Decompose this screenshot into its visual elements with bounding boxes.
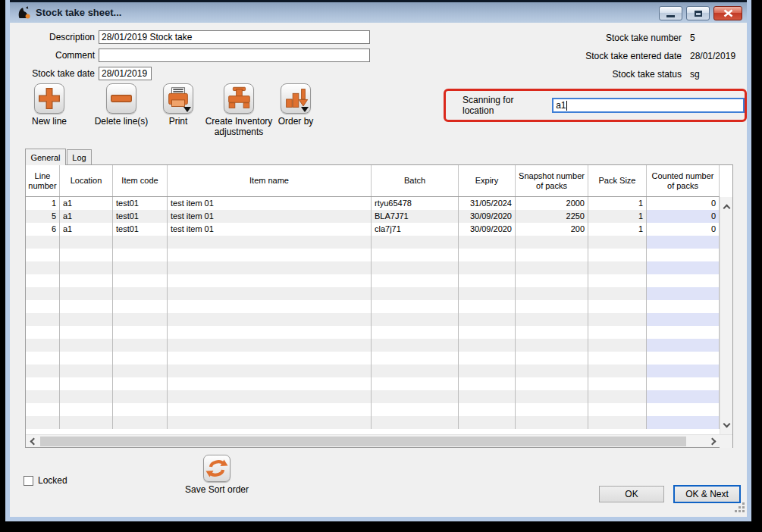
chevron-down-icon [723,420,730,427]
table-cell[interactable]: 0 [647,197,720,210]
tab-log[interactable]: Log [67,149,92,165]
save-sort-order-button[interactable]: Save Sort order [171,455,262,495]
table-cell [459,326,516,339]
table-row[interactable] [26,390,720,403]
table-cell [459,403,516,416]
table-row[interactable] [26,300,720,313]
table-row[interactable] [26,313,720,326]
table-cell [60,287,113,300]
comment-input[interactable] [99,49,370,62]
column-header[interactable]: Pack Size [588,165,647,196]
column-header[interactable]: Item name [168,165,372,196]
stock-take-date-input[interactable] [99,67,152,80]
vertical-scrollbar[interactable] [720,197,732,434]
table-row[interactable] [26,236,720,249]
table-cell[interactable] [647,403,720,416]
column-header[interactable]: Counted number of packs [647,165,720,196]
table-cell [26,416,60,429]
table-cell [588,249,647,261]
ok-and-next-button[interactable]: OK & Next [673,485,741,503]
table-cell[interactable]: 0 [647,210,720,223]
table-cell [459,249,516,261]
table-cell [26,390,60,403]
table-cell[interactable] [647,365,720,377]
table-row[interactable]: 5a1test01test item 01BLA7J7130/09/202022… [26,210,720,223]
tab-general[interactable]: General [25,149,66,165]
locked-checkbox[interactable] [24,476,33,486]
table-cell: a1 [60,197,113,210]
column-header[interactable]: Batch [372,165,459,196]
scroll-left-button[interactable] [26,435,39,448]
table-cell[interactable] [647,261,720,274]
description-input[interactable] [99,30,370,44]
table-row[interactable] [26,261,720,274]
table-cell [459,300,516,313]
table-cell [26,236,60,249]
column-header[interactable]: Snapshot number of packs [516,165,588,196]
resize-grip[interactable] [735,503,745,512]
table-cell [26,403,60,416]
maximize-button[interactable] [686,6,710,20]
table-cell: 30/09/2020 [459,223,516,236]
column-header[interactable]: Item code [113,165,168,196]
stock-take-table-panel: Line number Location Item code Item name… [25,164,733,448]
table-cell[interactable] [647,300,720,313]
table-cell [60,274,113,287]
new-line-button[interactable]: New line [15,83,83,127]
table-row[interactable] [26,365,720,377]
table-cell [516,377,588,390]
table-cell [372,390,459,403]
table-rows: 1a1test01test item 01rtyu6547831/05/2024… [26,197,720,429]
table-cell[interactable] [647,377,720,390]
column-header[interactable]: Expiry [459,165,516,196]
table-cell [588,339,647,352]
table-cell [168,339,372,352]
table-cell[interactable] [647,236,720,249]
table-row[interactable] [26,403,720,416]
table-cell [113,416,168,429]
column-header[interactable]: Location [60,165,113,196]
table-cell [113,236,168,249]
table-row[interactable] [26,249,720,261]
close-button[interactable] [713,6,742,20]
order-by-button[interactable]: Order by [262,83,330,127]
table-cell[interactable] [647,313,720,326]
scroll-down-button[interactable] [720,418,733,431]
stock-take-status-label: Stock take status [530,69,682,80]
ok-button[interactable]: OK [599,486,664,502]
minimize-button[interactable] [659,6,682,20]
table-cell[interactable] [647,287,720,300]
scanning-for-location-input[interactable]: a1 [552,98,745,113]
titlebar[interactable]: Stock take sheet... [10,0,747,23]
horizontal-scrollbar[interactable] [26,434,732,447]
scroll-up-button[interactable] [720,200,733,213]
table-row[interactable] [26,339,720,352]
table-cell[interactable]: 0 [647,223,720,236]
table-cell [113,261,168,274]
table-row[interactable] [26,352,720,365]
table-row[interactable] [26,274,720,287]
table-cell[interactable] [647,249,720,261]
table-cell[interactable] [647,416,720,429]
table-cell[interactable] [647,326,720,339]
table-row[interactable]: 1a1test01test item 01rtyu6547831/05/2024… [26,197,720,210]
table-cell [113,365,168,377]
table-row[interactable] [26,416,720,429]
table-cell[interactable] [647,390,720,403]
table-cell [516,261,588,274]
horizontal-scroll-thumb[interactable] [40,437,686,446]
table-row[interactable]: 6a1test01test item 01cla7j7130/09/202020… [26,223,720,236]
table-cell [168,377,372,390]
column-header[interactable]: Line number [26,165,60,196]
table-row[interactable] [26,287,720,300]
table-cell[interactable] [647,339,720,352]
scroll-right-button[interactable] [707,435,720,448]
table-cell [459,390,516,403]
table-cell: 31/05/2024 [459,197,516,210]
table-cell: 2000 [516,197,588,210]
table-row[interactable] [26,326,720,339]
table-cell[interactable] [647,352,720,365]
table-cell[interactable] [647,274,720,287]
table-cell [168,352,372,365]
table-row[interactable] [26,377,720,390]
